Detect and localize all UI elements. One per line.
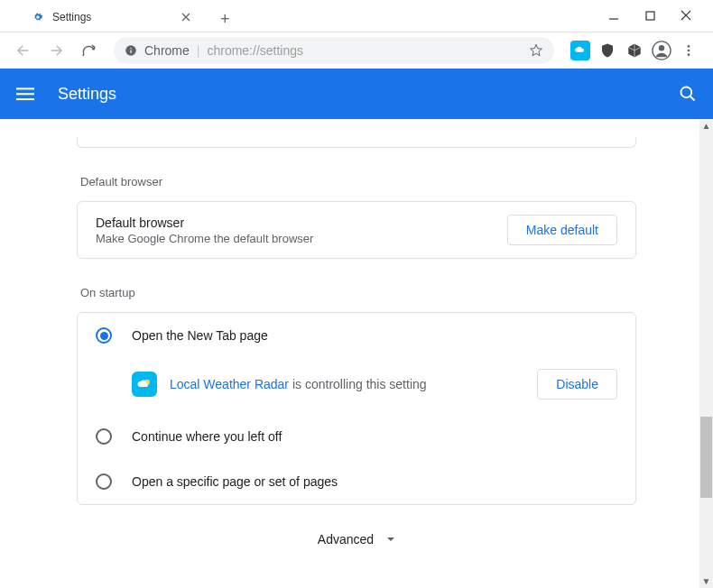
url-text: chrome://settings: [207, 43, 303, 58]
nav-reload-button[interactable]: [74, 36, 103, 65]
chevron-down-icon: [386, 535, 395, 544]
radio-icon: [96, 428, 112, 445]
url-scheme: Chrome: [144, 43, 190, 58]
scroll-up-icon[interactable]: ▲: [699, 119, 713, 133]
settings-content: Default browser Default browser Make Goo…: [0, 119, 713, 588]
startup-option-specific-pages[interactable]: Open a specific page or set of pages: [78, 459, 635, 504]
svg-rect-12: [16, 98, 34, 100]
tab-title: Settings: [52, 11, 91, 23]
settings-header: Settings: [0, 69, 713, 119]
svg-point-3: [130, 48, 131, 49]
extension-weather-icon[interactable]: [570, 41, 590, 60]
extension-link[interactable]: Local Weather Radar: [170, 377, 289, 391]
radio-icon: [96, 327, 112, 344]
new-tab-button[interactable]: +: [212, 6, 237, 32]
svg-rect-10: [16, 87, 34, 89]
window-minimize[interactable]: [605, 6, 623, 24]
default-browser-card: Default browser Make Google Chrome the d…: [77, 201, 636, 259]
svg-point-9: [688, 53, 690, 56]
site-info-icon[interactable]: [125, 44, 137, 57]
svg-rect-4: [130, 50, 131, 53]
svg-rect-1: [646, 12, 654, 20]
extension-app-icon: [132, 372, 157, 397]
svg-line-14: [690, 96, 695, 101]
svg-rect-11: [16, 93, 34, 95]
section-title-on-startup: On startup: [77, 286, 636, 299]
extension-notice-suffix: is controlling this setting: [289, 377, 427, 391]
chrome-menu-icon[interactable]: [679, 41, 699, 60]
section-title-default-browser: Default browser: [77, 175, 636, 188]
previous-section-card-bottom: [77, 137, 636, 148]
extension-icons: [565, 41, 704, 60]
svg-point-6: [659, 45, 664, 51]
nav-forward-button[interactable]: [42, 36, 70, 65]
nav-back-button[interactable]: [9, 36, 38, 65]
default-browser-sub: Make Google Chrome the default browser: [96, 232, 507, 245]
window-titlebar: Settings +: [0, 0, 713, 32]
svg-point-8: [688, 50, 690, 52]
close-tab-icon[interactable]: [180, 11, 192, 23]
scrollbar-thumb[interactable]: [700, 417, 712, 498]
scrollbar[interactable]: ▲ ▼: [699, 119, 713, 588]
browser-tab-settings[interactable]: Settings: [18, 3, 205, 32]
bookmark-star-icon[interactable]: [529, 43, 543, 58]
extension-shield-icon[interactable]: [597, 41, 617, 60]
search-icon[interactable]: [679, 85, 697, 103]
radio-label: Open the New Tab page: [132, 328, 268, 343]
url-separator: |: [197, 43, 200, 58]
advanced-label: Advanced: [318, 532, 374, 547]
window-maximize[interactable]: [641, 6, 659, 24]
radio-label: Continue where you left off: [132, 429, 282, 444]
advanced-toggle[interactable]: Advanced: [77, 505, 636, 556]
scroll-down-icon[interactable]: ▼: [699, 574, 713, 588]
tab-strip: Settings +: [0, 3, 237, 32]
startup-option-continue[interactable]: Continue where you left off: [78, 414, 635, 459]
startup-option-new-tab[interactable]: Open the New Tab page: [78, 313, 635, 358]
svg-point-7: [688, 45, 690, 48]
radio-label: Open a specific page or set of pages: [132, 474, 338, 489]
default-browser-label: Default browser: [96, 216, 507, 230]
window-close[interactable]: [677, 6, 695, 24]
svg-point-13: [681, 87, 692, 98]
disable-extension-button[interactable]: Disable: [537, 369, 617, 400]
extension-controlled-notice: Local Weather Radar is controlling this …: [78, 358, 635, 414]
gear-icon: [31, 10, 45, 24]
hamburger-menu-icon[interactable]: [16, 85, 38, 103]
address-bar[interactable]: Chrome | chrome://settings: [114, 37, 554, 64]
make-default-button[interactable]: Make default: [507, 215, 617, 245]
profile-avatar-icon[interactable]: [652, 41, 671, 60]
window-controls: [587, 0, 713, 32]
radio-icon: [96, 473, 112, 490]
extension-box-icon[interactable]: [625, 41, 644, 60]
page-title: Settings: [58, 85, 679, 104]
on-startup-card: Open the New Tab page Local Weather Rada…: [77, 312, 636, 505]
browser-toolbar: Chrome | chrome://settings: [0, 32, 713, 69]
